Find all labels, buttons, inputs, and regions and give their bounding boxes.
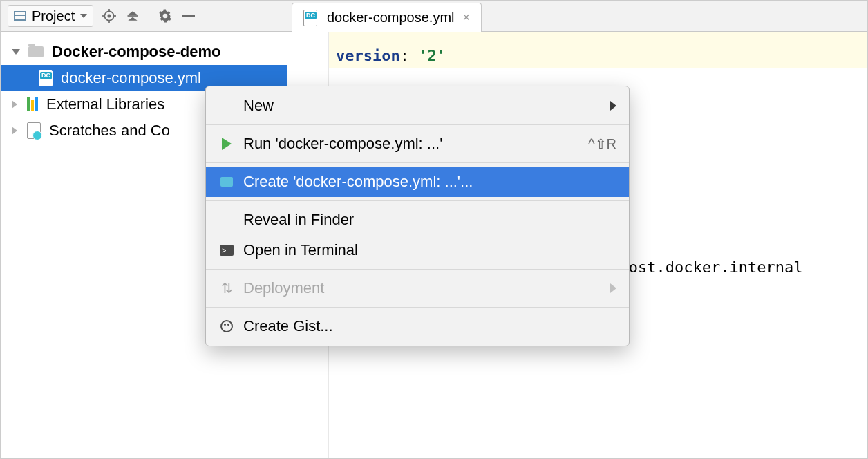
submenu-arrow-icon — [610, 101, 616, 111]
project-view-dropdown[interactable]: Project — [8, 5, 93, 27]
github-gist-icon — [218, 320, 235, 332]
code-value: '2' — [418, 47, 446, 64]
locate-icon[interactable] — [102, 8, 117, 24]
menu-reveal-label: Reveal in Finder — [243, 211, 616, 229]
scratches-icon — [27, 122, 41, 139]
menu-create-label: Create 'docker-compose.yml: ...'... — [243, 173, 616, 191]
project-label: Project — [32, 8, 75, 24]
menu-item-create[interactable]: Create 'docker-compose.yml: ...'... — [206, 167, 629, 197]
menu-item-new[interactable]: New — [206, 91, 629, 121]
menu-separator — [206, 269, 629, 270]
gear-icon[interactable] — [158, 8, 173, 24]
create-run-config-icon — [218, 177, 235, 187]
run-icon — [218, 138, 235, 150]
libraries-icon — [27, 97, 38, 111]
editor-tab-bar: DC docker-compose.yml × — [287, 1, 867, 32]
folder-icon — [28, 46, 44, 57]
menu-item-run[interactable]: Run 'docker-compose.yml: ...' ^⇧R — [206, 129, 629, 159]
tree-root-label: Docker-compose-demo — [52, 43, 221, 61]
menu-terminal-label: Open in Terminal — [243, 241, 616, 259]
menu-separator — [206, 200, 629, 201]
collapse-all-icon[interactable] — [125, 8, 140, 24]
docker-compose-file-icon: DC — [303, 10, 317, 26]
menu-separator — [206, 307, 629, 308]
menu-item-create-gist[interactable]: Create Gist... — [206, 311, 629, 341]
close-icon[interactable]: × — [463, 10, 471, 25]
docker-compose-file-icon: DC — [39, 70, 53, 86]
expand-arrow-right-icon — [12, 127, 17, 135]
tree-scratches-label: Scratches and Co — [49, 122, 170, 140]
minimize-icon[interactable] — [181, 8, 196, 24]
context-menu: New Run 'docker-compose.yml: ...' ^⇧R Cr… — [205, 86, 630, 346]
menu-item-open-terminal[interactable]: >_ Open in Terminal — [206, 235, 629, 265]
menu-item-deployment: ⇅ Deployment — [206, 273, 629, 303]
deployment-icon: ⇅ — [218, 280, 235, 297]
tree-file-label: docker-compose.yml — [61, 69, 201, 87]
terminal-icon: >_ — [218, 245, 235, 256]
menu-separator — [206, 124, 629, 125]
toolbar-separator — [149, 6, 149, 26]
svg-rect-6 — [128, 15, 138, 17]
submenu-arrow-icon — [610, 283, 616, 293]
svg-point-1 — [108, 15, 111, 17]
menu-item-reveal-finder[interactable]: Reveal in Finder — [206, 205, 629, 235]
tree-root[interactable]: Docker-compose-demo — [1, 39, 287, 65]
menu-separator — [206, 162, 629, 163]
expand-arrow-right-icon — [12, 100, 17, 109]
menu-new-label: New — [243, 97, 602, 115]
menu-deployment-label: Deployment — [243, 279, 602, 297]
menu-run-shortcut: ^⇧R — [588, 135, 616, 152]
menu-run-label: Run 'docker-compose.yml: ...' — [243, 135, 580, 153]
expand-arrow-down-icon — [12, 49, 20, 55]
editor-tab[interactable]: DC docker-compose.yml × — [292, 3, 482, 32]
code-key: version — [336, 47, 400, 64]
project-icon — [14, 11, 26, 21]
tree-libs-label: External Libraries — [46, 95, 164, 113]
chevron-down-icon — [80, 14, 87, 18]
tab-label: docker-compose.yml — [327, 10, 455, 26]
menu-gist-label: Create Gist... — [243, 317, 616, 335]
